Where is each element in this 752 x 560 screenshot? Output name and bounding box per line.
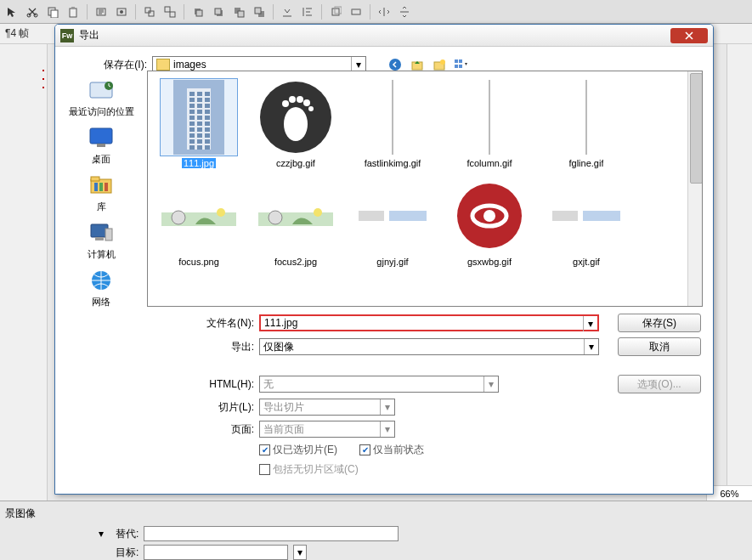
align-2-icon[interactable] [299, 3, 316, 20]
svg-rect-51 [197, 98, 202, 102]
svg-rect-76 [205, 145, 210, 150]
svg-rect-22 [335, 7, 342, 14]
file-name: fastlinkimg.gif [365, 158, 421, 168]
file-item[interactable]: 111.jpg [156, 78, 241, 168]
svg-rect-68 [189, 133, 195, 138]
file-name: czzjbg.gif [276, 158, 315, 168]
svg-rect-31 [459, 65, 462, 68]
arrange-3-icon[interactable] [230, 3, 247, 20]
svg-rect-86 [585, 80, 587, 155]
place-desktop[interactable]: 桌面 [67, 123, 135, 166]
svg-rect-47 [189, 92, 195, 96]
tool-5-icon[interactable] [93, 3, 110, 20]
close-icon [684, 31, 694, 40]
svg-rect-50 [189, 98, 195, 102]
svg-rect-4 [70, 8, 76, 17]
dialog-title: 导出 [79, 28, 99, 42]
svg-rect-61 [205, 116, 210, 120]
save-button[interactable]: 保存(S) [618, 314, 701, 332]
svg-point-8 [120, 10, 123, 14]
file-thumb [353, 177, 432, 255]
svg-rect-30 [455, 65, 458, 68]
transform-2-icon[interactable] [348, 3, 365, 20]
paste-icon[interactable] [65, 3, 82, 20]
file-thumb [160, 177, 238, 255]
svg-point-78 [284, 107, 308, 141]
file-name: 111.jpg [182, 158, 216, 168]
file-item[interactable]: fastlinkimg.gif [350, 78, 435, 168]
svg-rect-42 [95, 237, 104, 240]
copy-icon[interactable] [44, 3, 61, 20]
svg-rect-71 [189, 139, 195, 144]
savein-row: 保存在(I): images ▾ [55, 47, 713, 71]
file-item[interactable]: gsxwbg.gif [447, 177, 532, 267]
svg-rect-28 [455, 59, 458, 63]
svg-rect-103 [583, 211, 620, 221]
place-computer[interactable]: 计算机 [67, 218, 135, 261]
svg-rect-14 [196, 10, 202, 16]
options-button: 选项(O)... [618, 375, 701, 393]
svg-point-24 [389, 59, 401, 71]
svg-point-27 [440, 59, 445, 65]
flip-h-icon[interactable] [376, 3, 393, 20]
flip-v-icon[interactable] [396, 3, 413, 20]
file-browser[interactable]: 111.jpgczzjbg.giffastlinkimg.giffcolumn.… [147, 71, 703, 307]
svg-rect-70 [205, 133, 210, 138]
file-thumb [353, 78, 432, 156]
target-input[interactable] [144, 545, 288, 560]
svg-rect-75 [197, 145, 202, 150]
svg-rect-48 [197, 92, 202, 96]
place-recent[interactable]: 最近访问的位置 [67, 76, 135, 118]
file-item[interactable]: fgline.gif [544, 78, 629, 168]
svg-rect-74 [189, 145, 195, 150]
svg-rect-10 [149, 11, 154, 16]
transform-1-icon[interactable] [327, 3, 344, 20]
svg-rect-5 [71, 7, 75, 9]
cut-icon[interactable] [24, 3, 41, 20]
alt-input[interactable] [144, 526, 399, 541]
svg-rect-65 [189, 127, 195, 132]
file-item[interactable]: czzjbg.gif [253, 78, 338, 168]
svg-point-81 [297, 96, 303, 103]
file-item[interactable]: gxjt.gif [544, 177, 629, 267]
close-button[interactable] [670, 28, 708, 43]
svg-rect-102 [552, 211, 578, 221]
svg-rect-11 [165, 7, 170, 12]
svg-rect-56 [189, 110, 195, 114]
file-name: focus2.jpg [274, 257, 317, 267]
align-1-icon[interactable] [279, 3, 296, 20]
svg-point-94 [314, 208, 322, 217]
svg-rect-37 [91, 177, 99, 181]
svg-rect-73 [205, 139, 210, 144]
svg-rect-52 [205, 98, 210, 102]
file-item[interactable]: focus2.jpg [253, 177, 338, 267]
svg-rect-21 [332, 8, 339, 15]
export-dialog: Fw 导出 保存在(I): images ▾ 最近访问的位置 桌面 [54, 24, 714, 495]
target-label: 目标: [116, 546, 139, 560]
file-name: focus.png [178, 257, 219, 267]
tool-6-icon[interactable] [113, 3, 130, 20]
ungroup-icon[interactable] [161, 3, 178, 20]
arrange-4-icon[interactable] [251, 3, 268, 20]
savein-label: 保存在(I): [86, 58, 147, 72]
svg-rect-85 [489, 80, 490, 155]
svg-rect-72 [197, 139, 202, 144]
cancel-button[interactable]: 取消 [618, 337, 701, 356]
file-item[interactable]: fcolumn.gif [447, 78, 532, 168]
place-network[interactable]: 网络 [67, 266, 135, 308]
group-icon[interactable] [141, 3, 158, 20]
export-select[interactable]: 仅图像 ▾ [259, 338, 599, 355]
svg-point-90 [217, 208, 225, 217]
scrollbar[interactable] [687, 71, 702, 306]
file-item[interactable]: focus.png [156, 177, 241, 267]
pointer-icon[interactable] [3, 3, 20, 20]
svg-rect-66 [197, 127, 202, 132]
alt-label: 替代: [116, 527, 139, 541]
svg-rect-38 [94, 183, 98, 191]
place-library[interactable]: 库 [67, 171, 135, 213]
filename-input[interactable]: 111.jpg ▾ [259, 314, 599, 331]
arrange-2-icon[interactable] [210, 3, 227, 20]
filename-label: 文件名(N): [147, 316, 254, 331]
file-item[interactable]: gjnyj.gif [350, 177, 435, 267]
arrange-1-icon[interactable] [189, 3, 206, 20]
